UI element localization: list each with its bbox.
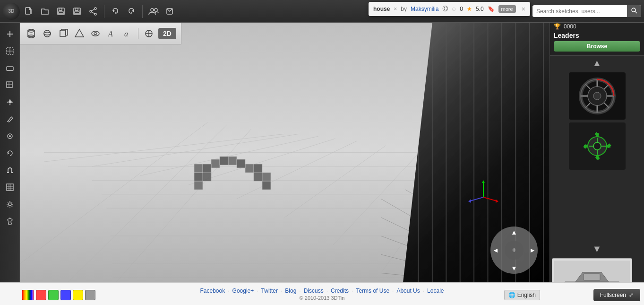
color-swatch-red[interactable] bbox=[36, 290, 46, 300]
footer-link-aboutus[interactable]: About Us bbox=[394, 288, 422, 294]
svg-marker-40 bbox=[8, 152, 9, 155]
svg-rect-123 bbox=[228, 157, 237, 165]
browse-button[interactable]: Browse bbox=[554, 41, 640, 52]
color-swatch-gray[interactable] bbox=[85, 290, 95, 300]
grid-tool-button[interactable] bbox=[2, 180, 17, 195]
extra-tool-button[interactable] bbox=[2, 214, 17, 229]
navigation-control[interactable]: ▲ ▼ ◄ ► + bbox=[490, 227, 538, 274]
svg-line-145 bbox=[483, 197, 497, 201]
torus-shape-button[interactable] bbox=[89, 27, 102, 40]
sketch-author-prefix: by bbox=[401, 6, 407, 12]
color-swatch-yellow[interactable] bbox=[73, 290, 83, 300]
save-as-button[interactable]: + bbox=[70, 4, 84, 18]
nav-ring: ▲ ▼ ◄ ► + bbox=[490, 227, 538, 274]
share-button[interactable] bbox=[86, 4, 100, 18]
rotate-tool-button[interactable] bbox=[2, 146, 17, 161]
gallery-up-arrow[interactable]: ▲ bbox=[550, 56, 644, 70]
pyramid-shape-button[interactable] bbox=[73, 27, 86, 40]
footer-link-locale[interactable]: Locale bbox=[424, 288, 447, 294]
gallery-item-wheel[interactable] bbox=[569, 72, 626, 120]
shapes-toolbar: A a 2D bbox=[20, 23, 181, 44]
fullscreen-button[interactable]: Fullscreen ⤢ bbox=[593, 289, 640, 301]
rating-value: 5.0 bbox=[476, 6, 484, 12]
svg-rect-181 bbox=[584, 274, 600, 280]
footer-link-discuss[interactable]: Discuss bbox=[301, 288, 326, 294]
color-swatch-blue[interactable] bbox=[60, 290, 71, 300]
erase-tool-button[interactable] bbox=[2, 61, 17, 76]
svg-line-56 bbox=[8, 206, 9, 207]
gallery-down-arrow[interactable]: ▼ bbox=[550, 242, 644, 256]
nav-up-arrow[interactable]: ▲ bbox=[511, 228, 517, 236]
rainbow-swatch[interactable] bbox=[22, 290, 34, 300]
svg-rect-43 bbox=[7, 184, 13, 191]
svg-text:A: A bbox=[108, 30, 113, 38]
gallery-item-gear[interactable] bbox=[569, 122, 626, 170]
about-button[interactable] bbox=[163, 4, 177, 18]
star-icon: ⊙ bbox=[452, 6, 456, 12]
shape-sep1 bbox=[138, 28, 138, 39]
locale-label: English bbox=[517, 292, 536, 298]
search-input[interactable] bbox=[532, 6, 627, 17]
star-rating: ★ bbox=[467, 6, 472, 12]
text-shape-button[interactable]: A bbox=[105, 27, 118, 40]
bookmark-icon[interactable]: 🔖 bbox=[488, 6, 495, 12]
cc-icon: © bbox=[442, 5, 448, 13]
footer-link-blog[interactable]: Blog bbox=[282, 288, 299, 294]
sketch-title: house bbox=[373, 6, 390, 12]
paint-tool-button[interactable] bbox=[2, 78, 17, 93]
footer-link-facebook[interactable]: Facebook bbox=[197, 288, 228, 294]
undo-button[interactable] bbox=[108, 4, 122, 18]
locale-button[interactable]: 🌐 English bbox=[504, 290, 540, 300]
sun-tool-button[interactable] bbox=[2, 197, 17, 212]
svg-point-66 bbox=[94, 33, 97, 35]
sketch-info-popup: house × by Maksymilia © ⊙ 0 ★ 5.0 🔖 more… bbox=[369, 2, 530, 16]
cylinder-shape-button[interactable] bbox=[25, 27, 38, 40]
svg-marker-146 bbox=[496, 199, 498, 203]
select-tool-button[interactable] bbox=[2, 44, 17, 59]
more-button[interactable]: more bbox=[498, 5, 516, 13]
footer-link-googleplus[interactable]: Google+ bbox=[230, 288, 257, 294]
canvas-area[interactable]: ▲ ▼ ◄ ► + bbox=[20, 23, 550, 282]
pencil-tool-button[interactable] bbox=[2, 112, 17, 127]
move-tool-button[interactable] bbox=[2, 95, 17, 110]
flag-icon: 🌐 bbox=[508, 292, 515, 298]
svg-line-54 bbox=[11, 206, 12, 207]
char-shape-button[interactable]: a bbox=[121, 27, 134, 40]
fullscreen-icon: ⤢ bbox=[629, 292, 634, 298]
nav-center-button[interactable]: + bbox=[505, 241, 524, 260]
cube-shape-button[interactable] bbox=[57, 27, 70, 40]
sketch-author: Maksymilia bbox=[411, 6, 438, 12]
community-button[interactable] bbox=[146, 4, 161, 18]
right-panel: 👤 Login 📍 0000 🏆 0000 Leaders Browse ▲ bbox=[550, 0, 644, 305]
svg-line-13 bbox=[92, 9, 94, 11]
close-icon[interactable]: × bbox=[522, 5, 525, 13]
sphere-shape-button[interactable] bbox=[41, 27, 54, 40]
nav-left-arrow[interactable]: ◄ bbox=[492, 246, 499, 254]
magnet-tool-button[interactable] bbox=[2, 163, 17, 178]
color-swatch-green[interactable] bbox=[48, 290, 59, 300]
viewport[interactable]: ▲ ▼ ◄ ► + bbox=[20, 23, 550, 282]
svg-point-60 bbox=[44, 30, 51, 37]
sep2 bbox=[142, 5, 143, 18]
toggle-2d-button[interactable]: 2D bbox=[158, 28, 176, 39]
svg-rect-27 bbox=[7, 67, 13, 70]
open-button[interactable] bbox=[38, 4, 52, 18]
svg-marker-33 bbox=[9, 104, 11, 105]
svg-point-151 bbox=[593, 92, 601, 100]
svg-point-12 bbox=[90, 10, 92, 12]
footer-link-terms[interactable]: Terms of Use bbox=[353, 288, 392, 294]
svg-text:+: + bbox=[79, 9, 81, 11]
svg-rect-4 bbox=[59, 8, 62, 10]
new-button[interactable] bbox=[22, 4, 36, 18]
transform-shape-button[interactable] bbox=[142, 27, 155, 40]
footer-link-twitter[interactable]: Twitter bbox=[258, 288, 281, 294]
nav-right-arrow[interactable]: ► bbox=[529, 246, 536, 254]
footer-link-credits[interactable]: Credits bbox=[328, 288, 352, 294]
nav-down-arrow[interactable]: ▼ bbox=[511, 264, 517, 272]
add-tool-button[interactable] bbox=[2, 26, 17, 42]
eyedropper-tool-button[interactable] bbox=[2, 129, 17, 144]
redo-button[interactable] bbox=[124, 4, 138, 18]
sketch-separator: × bbox=[394, 6, 397, 12]
search-button[interactable] bbox=[627, 5, 641, 17]
save-button[interactable] bbox=[54, 4, 68, 18]
